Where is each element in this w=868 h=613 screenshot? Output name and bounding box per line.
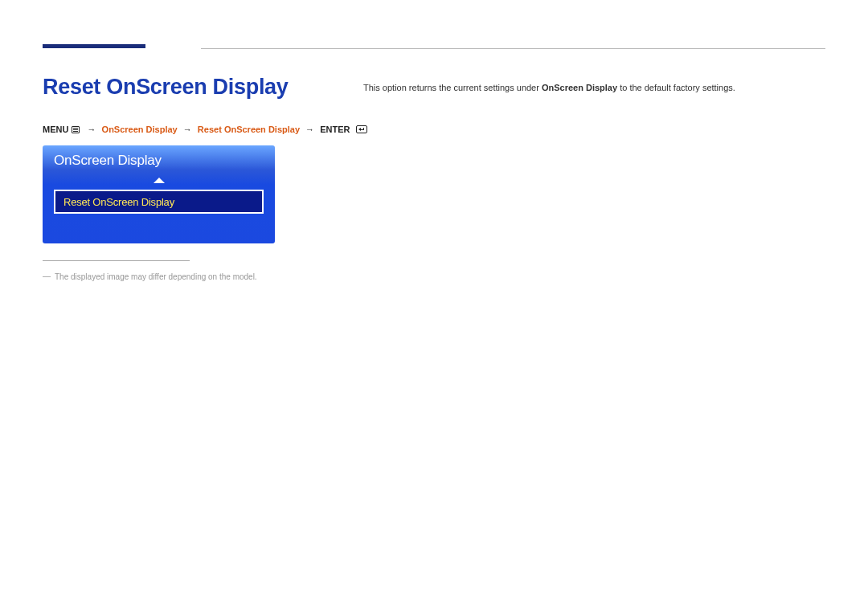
osd-scroll-up-row[interactable] (43, 172, 275, 186)
osd-panel-header: OnScreen Display (43, 145, 275, 172)
description-prefix: This option returns the current settings… (363, 83, 542, 92)
footnote-text: The displayed image may differ depending… (55, 272, 257, 281)
description-suffix: to the default factory settings. (617, 83, 735, 92)
footnote-separator (43, 260, 190, 261)
header-rule (201, 48, 825, 49)
header-accent-bar (43, 44, 145, 48)
chevron-up-icon (154, 178, 165, 183)
breadcrumb-enter-label: ENTER (320, 125, 350, 134)
breadcrumb-path-2: Reset OnScreen Display (198, 125, 300, 134)
page-title: Reset OnScreen Display (43, 75, 289, 100)
osd-panel-title: OnScreen Display (54, 153, 264, 169)
breadcrumb-arrow: → (84, 125, 100, 134)
breadcrumb: MENU → OnScreen Display → Reset OnScreen… (43, 125, 367, 134)
breadcrumb-path-1: OnScreen Display (102, 125, 178, 134)
footnote: ―The displayed image may differ dependin… (43, 272, 257, 281)
menu-grid-icon (72, 126, 80, 133)
description-text: This option returns the current settings… (363, 83, 735, 92)
enter-icon (356, 125, 367, 133)
osd-panel: OnScreen Display Reset OnScreen Display (43, 145, 275, 243)
breadcrumb-arrow: → (302, 125, 317, 134)
description-bold: OnScreen Display (542, 83, 617, 92)
footnote-dash: ― (43, 272, 51, 280)
osd-menu-item-label: Reset OnScreen Display (63, 196, 174, 208)
breadcrumb-menu-label: MENU (43, 125, 68, 134)
breadcrumb-arrow: → (180, 125, 195, 134)
osd-menu-item-reset[interactable]: Reset OnScreen Display (54, 190, 264, 214)
